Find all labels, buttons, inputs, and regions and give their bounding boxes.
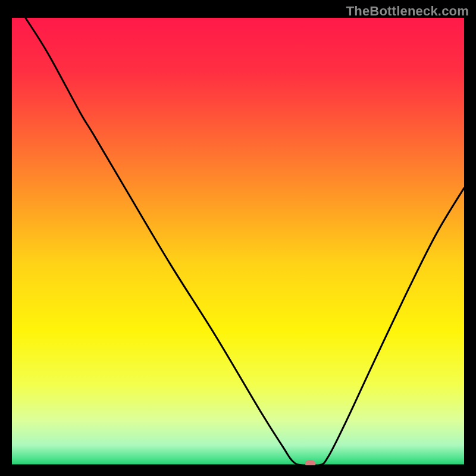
gradient-background [12, 18, 464, 465]
watermark-text: TheBottleneck.com [346, 4, 469, 19]
chart-container: TheBottleneck.com [0, 0, 476, 476]
bottleneck-chart [12, 18, 464, 465]
chart-plot [12, 18, 464, 465]
